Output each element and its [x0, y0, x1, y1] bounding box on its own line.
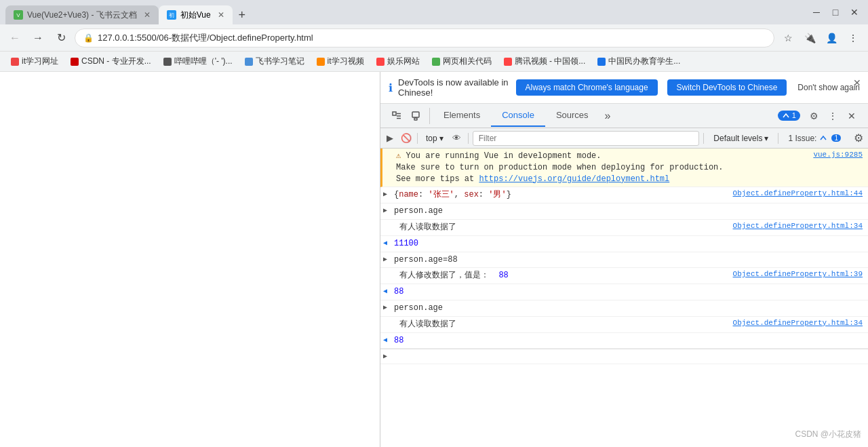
settings-icon[interactable]: ⚙ — [806, 108, 822, 124]
bookmark-favicon-9 — [597, 58, 606, 66]
dont-show-again-link[interactable]: Don't show again — [797, 83, 860, 92]
person-age-entry-1: ▶ person.age — [380, 203, 868, 220]
expand-arrow-3[interactable]: ▶ — [383, 255, 387, 263]
page-content — [0, 72, 380, 447]
console-settings-icon[interactable]: ⚙ — [852, 132, 865, 145]
address-bar[interactable]: 🔒 127.0.0.1:5500/06-数据代理/Object.definePr… — [75, 28, 774, 47]
notification-banner: ℹ DevTools is now available in Chinese! … — [380, 72, 868, 104]
read-data-source-1[interactable]: Object.defineProperty.html:34 — [728, 222, 863, 230]
value-88-content-2: 88 — [394, 335, 863, 347]
input-arrow: ▶ — [383, 352, 387, 360]
extension-icon[interactable]: 🔌 — [800, 28, 819, 47]
filter-input[interactable] — [473, 131, 700, 146]
element-selector-icon[interactable] — [389, 108, 405, 124]
bookmark-feishu[interactable]: 飞书学习笔记 — [239, 54, 310, 69]
object-source[interactable]: Object.defineProperty.html:44 — [728, 189, 863, 197]
back-button[interactable]: ← — [5, 28, 24, 47]
devtools-more-menu-icon[interactable]: ⋮ — [825, 108, 841, 124]
expand-arrow-4[interactable]: ▶ — [383, 303, 387, 311]
profile-icon[interactable]: 👤 — [822, 28, 841, 47]
bookmark-csdn[interactable]: CSDN - 专业开发... — [65, 54, 157, 69]
tab-console[interactable]: Console — [491, 104, 545, 127]
nav-actions: ☆ 🔌 👤 ⋮ — [778, 28, 863, 47]
menu-icon[interactable]: ⋮ — [844, 28, 863, 47]
obj-colon-1: : — [418, 190, 428, 199]
warning-line-3: See more tips at https://vuejs.org/guide… — [396, 174, 808, 185]
tab-vue-docs[interactable]: V Vue(Vue2+Vue3) - 飞书云文档 ✕ — [5, 5, 159, 24]
tab-sources[interactable]: Sources — [545, 104, 599, 127]
devtools-close-icon[interactable]: ✕ — [844, 108, 860, 124]
issues-badge: 1 — [831, 134, 841, 142]
expand-arrow-2[interactable]: ▶ — [383, 206, 387, 214]
devtools-panel: ℹ DevTools is now available in Chinese! … — [380, 72, 868, 447]
forward-button[interactable]: → — [28, 28, 47, 47]
read-data-content-1: 有人读取数据了 — [399, 222, 728, 233]
collapse-arrow-2[interactable]: ◀ — [383, 287, 387, 295]
modify-data-source[interactable]: Object.defineProperty.html:39 — [728, 270, 863, 278]
reload-button[interactable]: ↻ — [52, 28, 71, 47]
bookmark-education[interactable]: 中国民办教育学生... — [592, 54, 686, 69]
tab-elements[interactable]: Elements — [433, 104, 491, 127]
bookmark-it-video[interactable]: it学习视频 — [311, 54, 370, 69]
context-dropdown[interactable]: top ▾ — [422, 132, 448, 144]
bookmark-label-5: it学习视频 — [328, 56, 364, 67]
warning-line-1: ⚠ You are running Vue in development mod… — [396, 151, 808, 162]
bookmark-it-learning[interactable]: it学习网址 — [5, 54, 64, 69]
switch-to-chinese-button[interactable]: Switch DevTools to Chinese — [667, 79, 787, 96]
close-button[interactable]: ✕ — [846, 4, 863, 20]
tab-sources-label: Sources — [556, 110, 589, 120]
tab-label-1: Vue(Vue2+Vue3) - 飞书云文档 — [27, 9, 137, 21]
maximize-button[interactable]: □ — [827, 4, 844, 20]
console-badge: 1 — [778, 111, 800, 121]
bookmark-label-1: it学习网址 — [22, 56, 58, 67]
log-levels-dropdown[interactable]: Default levels ▾ — [708, 132, 774, 144]
bookmark-favicon-8 — [504, 58, 512, 66]
bookmark-favicon-3 — [163, 58, 172, 66]
new-tab-button[interactable]: + — [233, 5, 252, 24]
expand-arrow-1[interactable]: ▶ — [383, 190, 387, 198]
execute-icon[interactable]: ▶ — [383, 132, 397, 145]
tab-vue-init[interactable]: 初 初始Vue ✕ — [159, 5, 233, 24]
device-toolbar-icon[interactable] — [408, 108, 424, 124]
bookmark-entertainment[interactable]: 娱乐网站 — [371, 54, 425, 69]
address-text: 127.0.0.1:5500/06-数据代理/Object.defineProp… — [98, 32, 313, 44]
toolbar-separator-2 — [468, 133, 469, 144]
devtools-icon-bar — [383, 108, 430, 124]
tab-console-label: Console — [502, 110, 534, 120]
context-dropdown-arrow: ▾ — [439, 134, 443, 143]
tab-favicon-1: V — [14, 10, 23, 20]
issues-button[interactable]: 1 Issue: 1 — [783, 132, 849, 144]
issues-label: 1 Issue: — [788, 134, 816, 143]
clear-console-icon[interactable]: 🚫 — [399, 132, 413, 145]
tab-close-1[interactable]: ✕ — [144, 10, 151, 20]
log-levels-label: Default levels — [713, 134, 762, 143]
deployment-link[interactable]: https://vuejs.org/guide/deployment.html — [479, 174, 669, 184]
object-log-entry: ▶ {name: '张三', sex: '男'} Object.definePr… — [380, 187, 868, 203]
collapse-arrow-3[interactable]: ◀ — [383, 336, 387, 344]
more-tabs-button[interactable]: » — [599, 110, 616, 122]
warning-source[interactable]: vue.js:9285 — [808, 151, 863, 159]
bookmark-favicon-7 — [432, 58, 440, 66]
window-controls: ─ □ ✕ — [808, 4, 863, 20]
bookmark-webcode[interactable]: 网页相关代码 — [427, 54, 497, 69]
minimize-button[interactable]: ─ — [808, 4, 825, 20]
eye-icon[interactable]: 👁 — [450, 132, 464, 145]
console-input-field[interactable] — [394, 352, 863, 362]
bookmark-label-3: 哔哩哔哩（'- ')... — [174, 56, 233, 67]
modify-val: 88 — [498, 271, 508, 280]
bookmark-bilibili[interactable]: 哔哩哔哩（'- ')... — [158, 54, 238, 69]
svg-rect-0 — [393, 112, 396, 115]
read-data-source-2[interactable]: Object.defineProperty.html:34 — [728, 319, 863, 327]
bookmark-star-icon[interactable]: ☆ — [778, 28, 797, 47]
obj-sex-key: sex — [464, 190, 479, 199]
tab-close-2[interactable]: ✕ — [218, 10, 224, 20]
notification-close-icon[interactable]: ✕ — [853, 77, 861, 88]
collapse-arrow-1[interactable]: ◀ — [383, 239, 387, 247]
vue-warning-entry: ⚠ You are running Vue in development mod… — [380, 149, 868, 187]
person-age-content-2: person.age — [394, 303, 863, 314]
tab-label-2: 初始Vue — [180, 9, 211, 21]
match-language-button[interactable]: Always match Chrome's language — [516, 79, 658, 96]
tab-elements-label: Elements — [443, 110, 480, 120]
bookmark-tencent-video[interactable]: 腾讯视频 - 中国领... — [498, 54, 591, 69]
title-bar: V Vue(Vue2+Vue3) - 飞书云文档 ✕ 初 初始Vue ✕ + ─… — [0, 0, 868, 24]
